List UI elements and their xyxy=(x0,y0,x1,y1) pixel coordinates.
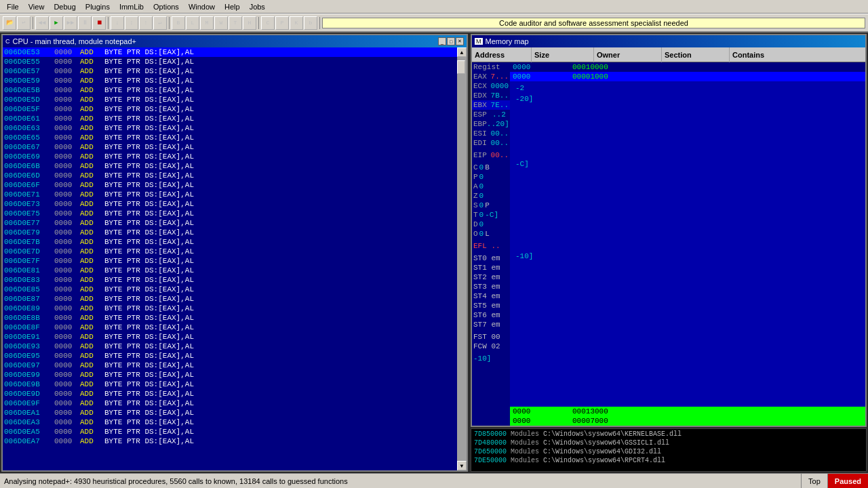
asm-row[interactable]: 006D0E5B0000ADDBYTE PTR DS:[EAX],AL xyxy=(3,85,457,95)
toolbar-cpu[interactable]: C xyxy=(261,16,275,30)
toolbar-run-expr[interactable]: ↵ xyxy=(153,16,167,30)
asm-row[interactable]: 006D0E8F0000ADDBYTE PTR DS:[EAX],AL xyxy=(3,323,457,332)
asm-row[interactable]: 006D0E9D0000ADDBYTE PTR DS:[EAX],AL xyxy=(3,389,457,399)
toolbar-step-over[interactable]: ↕ xyxy=(125,16,138,30)
cpu-window: C CPU - main thread, module notepad+ _ □… xyxy=(1,34,468,472)
asm-row[interactable]: 006D0E6B0000ADDBYTE PTR DS:[EAX],AL xyxy=(3,161,457,171)
toolbar-thread[interactable]: T xyxy=(229,16,242,30)
asm-row[interactable]: 006D0EA30000ADDBYTE PTR DS:[EAX],AL xyxy=(3,418,457,427)
menu-plugins[interactable]: Plugins xyxy=(81,2,114,12)
asm-row[interactable]: 006D0E5F0000ADDBYTE PTR DS:[EAX],AL xyxy=(3,104,457,114)
cpu-titlebar: C CPU - main thread, module notepad+ _ □… xyxy=(3,35,467,47)
cpu-minimize-btn[interactable]: _ xyxy=(438,37,446,45)
toolbar-watch[interactable]: W xyxy=(214,16,228,30)
registers-panel: Regist EAX7... ECX0000 EDX7B.. EBX7E.. xyxy=(472,62,510,426)
toolbar-plugin2[interactable]: K xyxy=(290,16,303,30)
cpu-close-btn[interactable]: ✕ xyxy=(456,37,464,45)
asm-row[interactable]: 006D0E7F0000ADDBYTE PTR DS:[EAX],AL xyxy=(3,256,457,266)
menu-help[interactable]: Help xyxy=(220,2,244,12)
log-entry: 7DE50000 Modules C:\Windows\syswow64\RPC… xyxy=(474,457,863,466)
cpu-disasm: 006D0E530000ADDBYTE PTR DS:[EAX],AL006D0… xyxy=(3,47,457,470)
asm-row[interactable]: 006D0E690000ADDBYTE PTR DS:[EAX],AL xyxy=(3,152,457,161)
asm-row[interactable]: 006D0E9F0000ADDBYTE PTR DS:[EAX],AL xyxy=(3,399,457,408)
asm-row[interactable]: 006D0E950000ADDBYTE PTR DS:[EAX],AL xyxy=(3,351,457,361)
toolbar-back[interactable]: ◀◀ xyxy=(35,16,49,30)
asm-row[interactable]: 006D0E530000ADDBYTE PTR DS:[EAX],AL xyxy=(3,47,457,57)
toolbar-log[interactable]: L xyxy=(186,16,199,30)
asm-row[interactable]: 006D0E850000ADDBYTE PTR DS:[EAX],AL xyxy=(3,285,457,294)
asm-row[interactable]: 006D0E990000ADDBYTE PTR DS:[EAX],AL xyxy=(3,370,457,380)
toolbar-step-out[interactable]: ↑ xyxy=(139,16,153,30)
toolbar-restart[interactable]: ↩ xyxy=(17,16,31,30)
log-area: 7D850000 Modules C:\Windows\syswow64\KER… xyxy=(471,428,867,472)
cpu-maximize-btn[interactable]: □ xyxy=(447,37,455,45)
cpu-scroll-down[interactable]: ▼ xyxy=(457,461,467,470)
asm-row[interactable]: 006D0E710000ADDBYTE PTR DS:[EAX],AL xyxy=(3,190,457,199)
memmap-window: M Memory map Address Size Owner Section … xyxy=(471,34,867,427)
menu-view[interactable]: View xyxy=(24,2,49,12)
asm-row[interactable]: 006D0E630000ADDBYTE PTR DS:[EAX],AL xyxy=(3,123,457,133)
col-header-size: Size xyxy=(532,47,594,62)
toolbar-plugin1[interactable]: P xyxy=(275,16,289,30)
asm-row[interactable]: 006D0E570000ADDBYTE PTR DS:[EAX],AL xyxy=(3,66,457,76)
memmap-row-highlight1[interactable]: 0000 00013000 xyxy=(510,407,865,416)
toolbar-handles[interactable]: H xyxy=(243,16,256,30)
asm-row[interactable]: 006D0E870000ADDBYTE PTR DS:[EAX],AL xyxy=(3,294,457,304)
cpu-scroll-up[interactable]: ▲ xyxy=(457,47,467,57)
status-position: Top xyxy=(801,474,827,489)
toolbar-step-in[interactable]: ↓ xyxy=(111,16,124,30)
right-panel: M Memory map Address Size Owner Section … xyxy=(469,33,868,473)
asm-row[interactable]: 006D0E590000ADDBYTE PTR DS:[EAX],AL xyxy=(3,76,457,85)
toolbar-bp[interactable]: B xyxy=(172,16,185,30)
log-entry: 7D850000 Modules C:\Windows\syswow64\KER… xyxy=(474,430,863,439)
asm-row[interactable]: 006D0E6F0000ADDBYTE PTR DS:[EAX],AL xyxy=(3,180,457,190)
menu-debug[interactable]: Debug xyxy=(50,2,79,12)
memmap-row[interactable]: 0000 00010000 xyxy=(510,62,865,72)
asm-row[interactable]: 006D0E5D0000ADDBYTE PTR DS:[EAX],AL xyxy=(3,95,457,104)
menu-jobs[interactable]: Jobs xyxy=(245,2,269,12)
asm-row[interactable]: 006D0E8B0000ADDBYTE PTR DS:[EAX],AL xyxy=(3,313,457,323)
asm-row[interactable]: 006D0E830000ADDBYTE PTR DS:[EAX],AL xyxy=(3,275,457,285)
asm-row[interactable]: 006D0E930000ADDBYTE PTR DS:[EAX],AL xyxy=(3,342,457,351)
toolbar-fwd[interactable]: ▶▶ xyxy=(64,16,77,30)
log-entry: 7D650000 Modules C:\Windows\syswow64\GDI… xyxy=(474,448,863,457)
memmap-row[interactable]: 0000 00001000 xyxy=(510,72,865,81)
toolbar-mem[interactable]: M xyxy=(200,16,214,30)
asm-row[interactable]: 006D0EA10000ADDBYTE PTR DS:[EAX],AL xyxy=(3,408,457,418)
asm-row[interactable]: 006D0E810000ADDBYTE PTR DS:[EAX],AL xyxy=(3,266,457,275)
toolbar-open[interactable]: 📂 xyxy=(3,16,16,30)
asm-row[interactable]: 006D0EA50000ADDBYTE PTR DS:[EAX],AL xyxy=(3,427,457,436)
asm-row[interactable]: 006D0E790000ADDBYTE PTR DS:[EAX],AL xyxy=(3,228,457,237)
menu-options[interactable]: Options xyxy=(149,2,183,12)
asm-row[interactable]: 006D0E770000ADDBYTE PTR DS:[EAX],AL xyxy=(3,218,457,228)
asm-row[interactable]: 006D0E910000ADDBYTE PTR DS:[EAX],AL xyxy=(3,332,457,342)
asm-row[interactable]: 006D0E730000ADDBYTE PTR DS:[EAX],AL xyxy=(3,199,457,209)
asm-row[interactable]: 006D0E970000ADDBYTE PTR DS:[EAX],AL xyxy=(3,361,457,370)
menu-file[interactable]: File xyxy=(3,2,23,12)
asm-row[interactable]: 006D0E550000ADDBYTE PTR DS:[EAX],AL xyxy=(3,57,457,66)
menu-immlib[interactable]: ImmLib xyxy=(115,2,148,12)
toolbar-plugin3[interactable]: b xyxy=(304,16,317,30)
toolbar: 📂 ↩ ◀◀ ▶ ▶▶ ⏸ ⏹ ↓ ↕ ↑ ↵ B L M W T H C P … xyxy=(0,14,868,33)
status-state: Paused xyxy=(827,474,868,489)
asm-row[interactable]: 006D0E610000ADDBYTE PTR DS:[EAX],AL xyxy=(3,114,457,123)
asm-row[interactable]: 006D0E650000ADDBYTE PTR DS:[EAX],AL xyxy=(3,133,457,142)
col-header-contains: Contains xyxy=(730,47,865,62)
toolbar-stop[interactable]: ⏹ xyxy=(92,16,106,30)
toolbar-pause[interactable]: ⏸ xyxy=(78,16,92,30)
asm-row[interactable]: 006D0EA70000ADDBYTE PTR DS:[EAX],AL xyxy=(3,436,457,446)
asm-row[interactable]: 006D0E7B0000ADDBYTE PTR DS:[EAX],AL xyxy=(3,237,457,247)
asm-row[interactable]: 006D0E6D0000ADDBYTE PTR DS:[EAX],AL xyxy=(3,171,457,180)
asm-row[interactable]: 006D0E7D0000ADDBYTE PTR DS:[EAX],AL xyxy=(3,247,457,256)
toolbar-hint-box: Code auditor and software assessment spe… xyxy=(322,18,865,28)
asm-row[interactable]: 006D0E750000ADDBYTE PTR DS:[EAX],AL xyxy=(3,209,457,218)
col-header-section: Section xyxy=(662,47,730,62)
cpu-scrollbar[interactable]: ▲ ▼ xyxy=(457,47,467,470)
memmap-row-highlight2[interactable]: 0000 00007000 xyxy=(510,416,865,426)
toolbar-run[interactable]: ▶ xyxy=(50,16,63,30)
menu-window[interactable]: Window xyxy=(184,2,219,12)
status-main-text: Analysing notepad+: 4930 heuristical pro… xyxy=(0,477,801,485)
asm-row[interactable]: 006D0E9B0000ADDBYTE PTR DS:[EAX],AL xyxy=(3,380,457,389)
asm-row[interactable]: 006D0E890000ADDBYTE PTR DS:[EAX],AL xyxy=(3,304,457,313)
asm-row[interactable]: 006D0E670000ADDBYTE PTR DS:[EAX],AL xyxy=(3,142,457,152)
